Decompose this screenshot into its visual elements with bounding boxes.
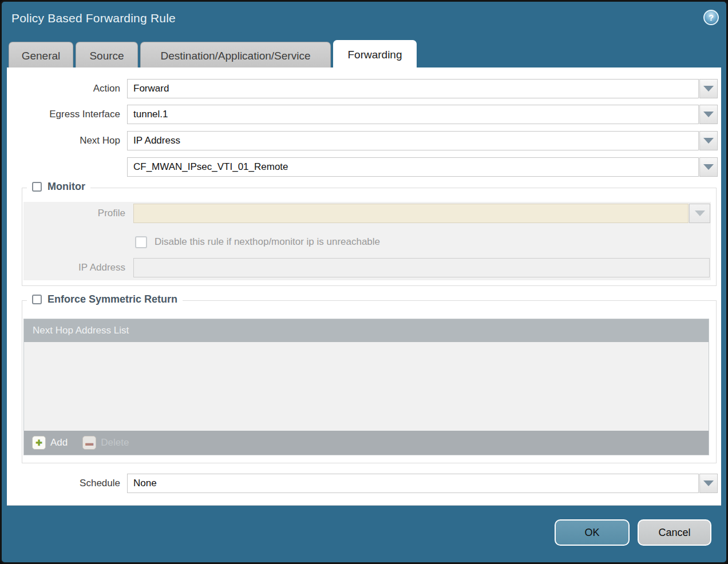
tab-bar: General Source Destination/Application/S…: [9, 40, 417, 69]
help-glyph: ?: [709, 13, 714, 22]
next-hop-dropdown-button[interactable]: [699, 131, 718, 150]
schedule-label: Schedule: [7, 478, 127, 489]
disable-rule-row: Disable this rule if nexthop/monitor ip …: [23, 232, 711, 252]
profile-input: [133, 204, 689, 223]
next-hop-address-list-table: Next Hop Address List ✚ Add ▬ Delete: [23, 319, 709, 455]
dialog-title: Policy Based Forwarding Rule: [11, 11, 176, 25]
disable-rule-label: Disable this rule if nexthop/monitor ip …: [155, 236, 380, 248]
next-hop-address-list-header: Next Hop Address List: [24, 319, 709, 342]
enforce-symmetric-return-legend: Enforce Symmetric Return: [48, 293, 177, 305]
delete-button-label: Delete: [101, 437, 129, 448]
minus-icon: ▬: [82, 436, 96, 450]
profile-row: Profile: [23, 204, 711, 223]
egress-interface-dropdown-button[interactable]: [699, 105, 718, 124]
action-row: Action: [7, 79, 718, 98]
next-hop-label: Next Hop: [7, 135, 127, 146]
cancel-button[interactable]: Cancel: [638, 519, 711, 546]
next-hop-address-row: [7, 157, 718, 177]
schedule-row: Schedule: [7, 474, 718, 493]
monitor-checkbox[interactable]: [32, 182, 42, 192]
monitor-legend: Monitor: [48, 181, 85, 193]
egress-interface-input[interactable]: [127, 105, 699, 124]
forwarding-tab-panel: Action Egress Interface Next Hop: [7, 67, 721, 506]
action-input[interactable]: [127, 79, 699, 98]
schedule-dropdown-button[interactable]: [699, 474, 718, 493]
profile-dropdown-button: [689, 204, 710, 223]
dialog-footer: OK Cancel: [555, 519, 711, 546]
chevron-down-icon: [703, 112, 714, 117]
egress-interface-label: Egress Interface: [7, 109, 127, 120]
monitor-panel: Profile Disable this rule if nexthop/mon…: [23, 202, 711, 280]
plus-icon: ✚: [32, 436, 46, 450]
next-hop-address-dropdown-button[interactable]: [699, 157, 718, 177]
monitor-ip-address-label: IP Address: [23, 262, 133, 273]
monitor-section: Monitor Profile Disable this rule if nex…: [22, 188, 717, 286]
schedule-input[interactable]: [127, 474, 699, 493]
policy-based-forwarding-rule-dialog: Policy Based Forwarding Rule ? General S…: [0, 0, 728, 564]
next-hop-address-list-toolbar: ✚ Add ▬ Delete: [24, 431, 709, 455]
tab-general[interactable]: General: [9, 42, 73, 69]
next-hop-type-input[interactable]: [127, 131, 699, 150]
chevron-down-icon: [703, 86, 714, 92]
next-hop-row: Next Hop: [7, 131, 718, 150]
enforce-symmetric-return-section: Enforce Symmetric Return Next Hop Addres…: [22, 300, 717, 463]
tab-destination-application-service[interactable]: Destination/Application/Service: [140, 42, 331, 69]
chevron-down-icon: [703, 164, 714, 170]
chevron-down-icon: [703, 480, 714, 486]
add-button-label: Add: [50, 437, 68, 448]
egress-interface-row: Egress Interface: [7, 105, 718, 124]
tab-forwarding[interactable]: Forwarding: [333, 40, 417, 69]
next-hop-address-list-body: [24, 342, 709, 431]
disable-rule-checkbox: [135, 236, 147, 248]
action-dropdown-button[interactable]: [699, 79, 718, 98]
monitor-ip-address-row: IP Address: [23, 258, 711, 277]
ok-button[interactable]: OK: [555, 519, 630, 546]
enforce-symmetric-return-checkbox[interactable]: [32, 295, 42, 304]
chevron-down-icon: [703, 138, 714, 144]
monitor-ip-address-input: [133, 258, 710, 277]
tab-source[interactable]: Source: [76, 42, 138, 69]
help-icon[interactable]: ?: [703, 10, 719, 25]
add-button[interactable]: ✚ Add: [32, 436, 68, 450]
profile-label: Profile: [23, 208, 133, 219]
next-hop-address-input[interactable]: [127, 157, 699, 177]
chevron-down-icon: [695, 210, 705, 216]
delete-button: ▬ Delete: [82, 436, 129, 450]
action-label: Action: [7, 83, 127, 94]
